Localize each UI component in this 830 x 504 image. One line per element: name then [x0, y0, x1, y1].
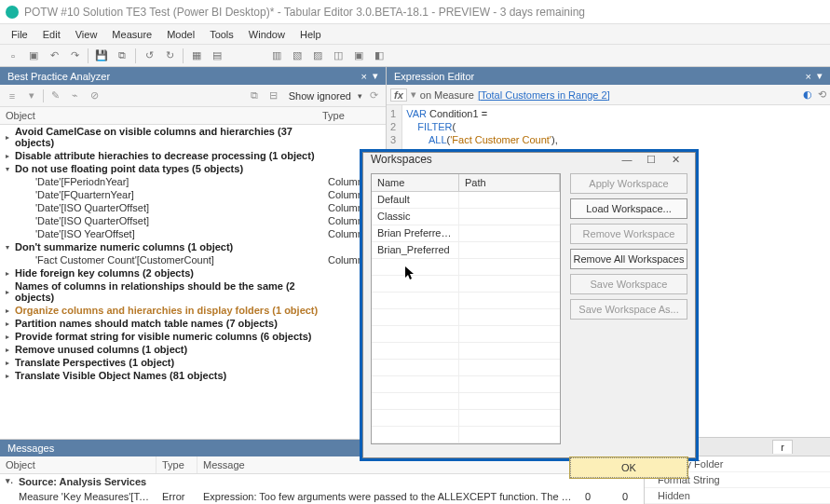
copy-icon[interactable]: ⧉ — [113, 47, 131, 65]
close-icon[interactable]: × — [361, 71, 367, 82]
workspace-row-empty[interactable] — [372, 293, 560, 309]
col-header-type[interactable]: Type — [317, 107, 386, 124]
workspace-row[interactable]: Default — [372, 192, 560, 209]
workspace-row-empty[interactable] — [372, 309, 560, 326]
close-icon[interactable]: ✕ — [663, 154, 687, 166]
tool-icon[interactable]: ▥ — [267, 47, 286, 65]
remove-workspace-button[interactable]: Remove Workspace — [570, 224, 687, 244]
maximize-icon[interactable]: ☐ — [639, 154, 663, 166]
bpa-rule-group[interactable]: Partition names should match table names… — [0, 317, 386, 330]
bpa-rule-group[interactable]: Remove unused columns (1 object) — [0, 343, 386, 356]
filter-icon[interactable]: ≡ — [4, 88, 20, 104]
workspaces-grid[interactable]: Name Path DefaultClassicBrian Preferred … — [371, 173, 561, 444]
save-icon[interactable]: 💾 — [92, 47, 111, 65]
tool-icon[interactable]: ▣ — [349, 47, 368, 65]
collapse-icon[interactable]: ⊟ — [265, 88, 282, 104]
expand-caret-icon[interactable] — [2, 358, 13, 367]
bpa-item[interactable]: 'Fact Customer Count'[CustomerCount]Colu… — [0, 253, 386, 266]
bpa-rule-group[interactable]: Translate Perspectives (1 object) — [0, 356, 386, 369]
bpa-item[interactable]: 'Date'[ISO YearOffset]Column — [0, 227, 386, 240]
load-workspace-button[interactable]: Load Workspace... — [570, 198, 687, 219]
measure-link[interactable]: [Total Customers in Range 2] — [478, 89, 610, 101]
bpa-item[interactable]: 'Date'[FQuarternYear]Column — [0, 188, 386, 201]
copy-icon[interactable]: ⧉ — [246, 88, 263, 104]
dropdown-icon[interactable]: ▾ — [817, 70, 823, 82]
tool-icon[interactable]: ▤ — [208, 47, 226, 65]
bpa-rule-group[interactable]: Translate Visible Object Names (81 objec… — [0, 369, 386, 382]
expand-caret-icon[interactable] — [2, 332, 13, 341]
bpa-item[interactable]: 'Date'[FPeriodnYear]Column — [0, 175, 386, 188]
properties-active-tab[interactable]: r — [772, 440, 793, 454]
bpa-rule-group[interactable]: Provide format string for visible numeri… — [0, 330, 386, 343]
workspace-row-empty[interactable] — [372, 427, 560, 443]
fix-icon[interactable]: ✎ — [47, 88, 63, 104]
workspace-row-empty[interactable] — [372, 376, 560, 393]
workspace-row-empty[interactable] — [372, 326, 560, 343]
revert-icon[interactable]: ⟲ — [818, 89, 826, 101]
expand-caret-icon[interactable] — [2, 371, 13, 380]
redo-icon[interactable]: ↻ — [160, 47, 179, 65]
expand-caret-icon[interactable] — [2, 164, 13, 173]
bpa-tab[interactable]: Best Practice Analyzer × ▾ — [0, 67, 386, 85]
back-icon[interactable]: ↶ — [45, 47, 63, 65]
dropdown-icon[interactable]: ▾ — [373, 70, 378, 82]
expression-editor-tab[interactable]: Expression Editor × ▾ — [387, 67, 830, 85]
workspace-row-empty[interactable] — [372, 393, 560, 410]
undo-icon[interactable]: ↺ — [140, 47, 158, 65]
remove-all-workspaces-button[interactable]: Remove All Workspaces — [570, 249, 687, 269]
expand-caret-icon[interactable] — [2, 287, 13, 296]
bpa-rule-group[interactable]: Do not use floating point data types (5 … — [0, 162, 386, 175]
expand-icon[interactable]: ▾ — [23, 88, 40, 104]
bpa-item[interactable]: 'Date'[ISO QuarterOffset]Column — [0, 201, 386, 214]
col-header-object[interactable]: Object — [0, 107, 317, 124]
message-row[interactable]: Measure 'Key Measures'[Total Custo...Err… — [0, 489, 633, 504]
open-icon[interactable]: ▣ — [24, 47, 43, 65]
bpa-rule-group[interactable]: Hide foreign key columns (2 objects) — [0, 266, 386, 279]
ignore-icon[interactable]: ⊘ — [86, 88, 102, 104]
bpa-rule-group[interactable]: Organize columns and hierarchies in disp… — [0, 304, 386, 317]
col-header-name[interactable]: Name — [372, 174, 459, 191]
apply-workspace-button[interactable]: Apply Workspace — [570, 173, 687, 194]
menu-tools[interactable]: Tools — [202, 27, 241, 42]
workspaces-grid-body[interactable]: DefaultClassicBrian Preferred Sear...Bri… — [372, 192, 560, 443]
minimize-icon[interactable]: — — [615, 154, 639, 165]
workspace-row[interactable]: Brian_Preferred — [372, 242, 560, 259]
workspace-row-empty[interactable] — [372, 360, 560, 376]
menu-file[interactable]: File — [4, 27, 35, 42]
col-header-path[interactable]: Path — [459, 174, 560, 191]
new-icon[interactable]: ▫ — [4, 47, 22, 65]
show-ignored-toggle[interactable]: Show ignored — [285, 90, 355, 102]
close-icon[interactable]: × — [806, 71, 811, 82]
col-header-type[interactable]: Type — [156, 456, 197, 473]
workspace-row-empty[interactable] — [372, 276, 560, 293]
script-icon[interactable]: ⌁ — [66, 88, 83, 104]
bpa-rule-group[interactable]: Names of columns in relationships should… — [0, 279, 386, 304]
workspace-row-empty[interactable] — [372, 343, 560, 360]
workspace-row-empty[interactable] — [372, 410, 560, 427]
workspace-row[interactable]: Brian Preferred Sear... — [372, 225, 560, 242]
menu-window[interactable]: Window — [241, 27, 293, 42]
fx-icon[interactable]: fx — [390, 89, 407, 102]
expand-caret-icon[interactable] — [2, 319, 13, 328]
tool-icon[interactable]: ◧ — [370, 47, 388, 65]
workspace-row-empty[interactable] — [372, 259, 560, 276]
dialog-titlebar[interactable]: Workspaces — ☐ ✕ — [363, 153, 695, 166]
expand-caret-icon[interactable] — [2, 306, 13, 315]
tool-icon[interactable]: ◫ — [329, 47, 347, 65]
menu-view[interactable]: View — [68, 27, 105, 42]
save-workspace-as-button[interactable]: Save Workspace As... — [570, 299, 687, 320]
workspace-row[interactable]: Classic — [372, 209, 560, 225]
tool-icon[interactable]: ▨ — [308, 47, 327, 65]
expand-caret-icon[interactable] — [2, 132, 13, 142]
bpa-item[interactable]: 'Date'[ISO QuarterOffset]Column — [0, 214, 386, 227]
tool-icon[interactable]: ▦ — [187, 47, 206, 65]
menu-measure[interactable]: Measure — [104, 27, 159, 42]
tool-icon[interactable]: ▧ — [288, 47, 306, 65]
bpa-rule-group[interactable]: Disable attribute hierachies to decrease… — [0, 149, 386, 162]
accept-icon[interactable]: ◐ — [803, 89, 812, 101]
col-header-object[interactable]: Object — [0, 456, 156, 473]
bpa-rule-group[interactable]: Avoid CamelCase on visible columns and h… — [0, 125, 386, 149]
menu-edit[interactable]: Edit — [35, 27, 68, 42]
expand-caret-icon[interactable] — [2, 242, 13, 252]
forward-icon[interactable]: ↷ — [65, 47, 84, 65]
